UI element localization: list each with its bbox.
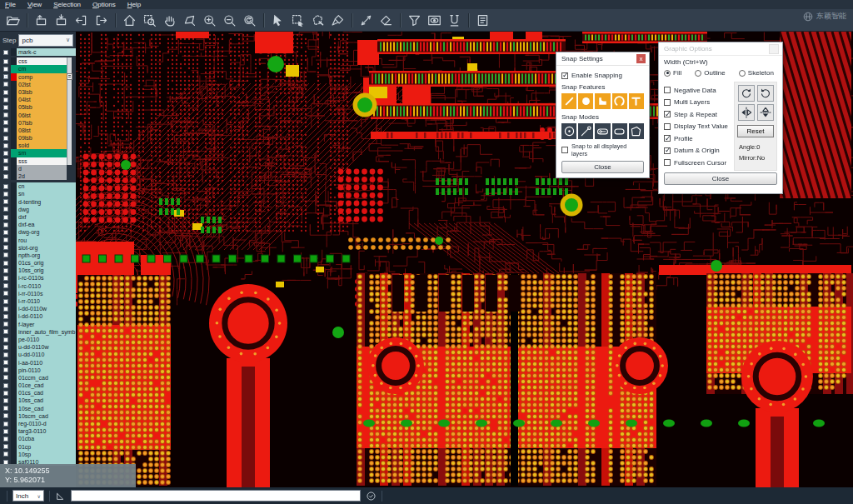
layer-visibility-checkbox[interactable]	[0, 312, 11, 320]
layer-color-swatch[interactable]	[11, 244, 17, 252]
layer-row-npth-org[interactable]: npth-org	[0, 252, 76, 259]
snap-feature-surface-icon[interactable]	[595, 93, 610, 109]
option-display-text-value[interactable]: Display Text Value	[664, 122, 731, 130]
layer-row-reg-0110-d[interactable]: reg-0110-d	[0, 420, 76, 427]
layer-color-swatch[interactable]	[11, 119, 17, 127]
layer-color-swatch[interactable]	[11, 282, 17, 290]
snap-feature-arc-icon[interactable]	[612, 93, 627, 109]
layer-row-01ccm_cad[interactable]: 01ccm_cad	[0, 374, 76, 382]
import-file-icon[interactable]	[52, 12, 70, 29]
layer-visibility-checkbox[interactable]	[0, 305, 11, 312]
layer-color-swatch[interactable]	[11, 274, 17, 282]
layer-color-swatch[interactable]	[11, 328, 17, 336]
menu-file[interactable]: File	[5, 1, 16, 8]
layer-row-09lsb[interactable]: 09lsb	[0, 134, 67, 142]
option-datum-origin[interactable]: Datum & Origin	[664, 147, 731, 154]
snap-mode-edge-icon[interactable]	[578, 123, 593, 139]
annotation-icon[interactable]	[55, 491, 66, 502]
close-icon[interactable]: x	[636, 54, 646, 63]
layer-row-i-dd-0110w[interactable]: i-dd-0110w	[0, 305, 76, 312]
step-select[interactable]: pcb ∨	[18, 34, 73, 47]
layer-row-01cba[interactable]: 01cba	[0, 435, 76, 442]
option-profile[interactable]: Profile	[664, 135, 731, 142]
layer-color-swatch[interactable]	[11, 312, 17, 320]
layer-color-swatch[interactable]	[11, 397, 17, 404]
layer-visibility-checkbox[interactable]	[0, 119, 11, 127]
eraser-icon[interactable]	[377, 12, 395, 29]
poly-select-icon[interactable]	[309, 12, 327, 29]
layer-row-i-rc-0110[interactable]: i-rc-0110	[0, 282, 76, 290]
layer-visibility-checkbox[interactable]	[0, 112, 11, 119]
layer-row-i-rr-0110s[interactable]: i-rr-0110s	[0, 290, 76, 297]
layer-row-05lsb[interactable]: 05lsb	[0, 103, 67, 111]
zoom-reset-icon[interactable]	[241, 12, 258, 29]
layer-color-swatch[interactable]	[11, 198, 17, 206]
snap-dialog-titlebar[interactable]: Snap Settings x	[556, 52, 649, 66]
layer-color-swatch[interactable]	[11, 451, 17, 458]
layer-visibility-checkbox[interactable]	[0, 397, 11, 404]
layer-color-swatch[interactable]	[11, 336, 17, 343]
layer-color-swatch[interactable]	[11, 351, 17, 358]
layer-row-f-layer[interactable]: f-layer	[0, 321, 76, 328]
layer-color-swatch[interactable]	[11, 359, 17, 367]
layer-row-i-aa-0110[interactable]: i-aa-0110	[0, 359, 76, 367]
pan-icon[interactable]	[161, 12, 178, 29]
layer-visibility-checkbox[interactable]	[0, 134, 11, 142]
layer-visibility-checkbox[interactable]	[0, 237, 11, 244]
layer-row-sn[interactable]: sn	[0, 190, 76, 197]
layer-visibility-checkbox[interactable]	[0, 213, 11, 221]
layer-row-03lsb[interactable]: 03lsb	[0, 88, 67, 96]
layer-color-swatch[interactable]	[11, 420, 17, 427]
layer-color-swatch[interactable]	[11, 88, 17, 96]
radio-outline[interactable]: Outline	[695, 69, 725, 77]
layer-color-swatch[interactable]	[11, 252, 17, 259]
layer-visibility-checkbox[interactable]	[0, 182, 11, 190]
layer-color-swatch[interactable]	[11, 427, 17, 435]
option-step-repeat[interactable]: Step & Repeat	[664, 111, 731, 118]
snap-icon[interactable]	[446, 12, 463, 29]
layer-row-01ce_cad[interactable]: 01ce_cad	[0, 382, 76, 389]
layer-visibility-checkbox[interactable]	[0, 73, 11, 81]
command-input[interactable]	[71, 490, 361, 502]
layer-color-swatch[interactable]	[11, 443, 17, 451]
import-icon[interactable]	[72, 12, 90, 29]
layer-visibility-checkbox[interactable]	[0, 420, 11, 427]
layer-row-sss[interactable]: sss	[0, 157, 67, 165]
layer-row-rou[interactable]: rou	[0, 237, 76, 244]
layer-visibility-checkbox[interactable]	[0, 149, 11, 157]
snap-mode-contour-icon[interactable]	[629, 123, 644, 139]
layer-visibility-checkbox[interactable]	[0, 127, 11, 134]
layer-color-swatch[interactable]	[11, 165, 17, 172]
layer-color-swatch[interactable]	[11, 81, 17, 88]
menu-selection[interactable]: Selection	[53, 1, 81, 8]
menu-options[interactable]: Options	[92, 1, 116, 8]
layer-visibility-checkbox[interactable]	[0, 157, 11, 165]
layer-row-06lst[interactable]: 06lst	[0, 112, 67, 119]
select-icon[interactable]	[269, 12, 287, 29]
layer-row-01cs_cad[interactable]: 01cs_cad	[0, 389, 76, 397]
checkbox-icon[interactable]	[561, 72, 568, 79]
layer-visibility-checkbox[interactable]	[0, 282, 11, 290]
layer-color-swatch[interactable]	[11, 48, 17, 56]
layer-visibility-checkbox[interactable]	[0, 198, 11, 206]
zoom-window-icon[interactable]	[141, 12, 158, 29]
layer-row-10ss_cad[interactable]: 10ss_cad	[0, 397, 76, 404]
layer-row-u-dd-0110w[interactable]: u-dd-0110w	[0, 343, 76, 351]
layer-color-swatch[interactable]	[11, 374, 17, 382]
zoom-poly-icon[interactable]	[181, 12, 198, 29]
layer-color-swatch[interactable]	[11, 228, 17, 236]
layer-row-dxf[interactable]: dxf	[0, 213, 76, 221]
option-fullscreen-cursor[interactable]: Fullscreen Cursor	[664, 159, 731, 167]
layer-color-swatch[interactable]	[11, 127, 17, 134]
layer-visibility-checkbox[interactable]	[0, 172, 11, 180]
rotate-ccw-icon[interactable]	[757, 85, 774, 102]
layer-visibility-checkbox[interactable]	[0, 405, 11, 412]
layer-row-i-dd-0110[interactable]: i-dd-0110	[0, 312, 76, 320]
layer-visibility-checkbox[interactable]	[0, 190, 11, 197]
layer-visibility-checkbox[interactable]	[0, 103, 11, 111]
layer-color-swatch[interactable]	[11, 182, 17, 190]
mirror-h-icon[interactable]	[738, 104, 755, 121]
layer-color-swatch[interactable]	[11, 405, 17, 412]
layer-color-swatch[interactable]	[11, 290, 17, 297]
layer-visibility-checkbox[interactable]	[0, 274, 11, 282]
